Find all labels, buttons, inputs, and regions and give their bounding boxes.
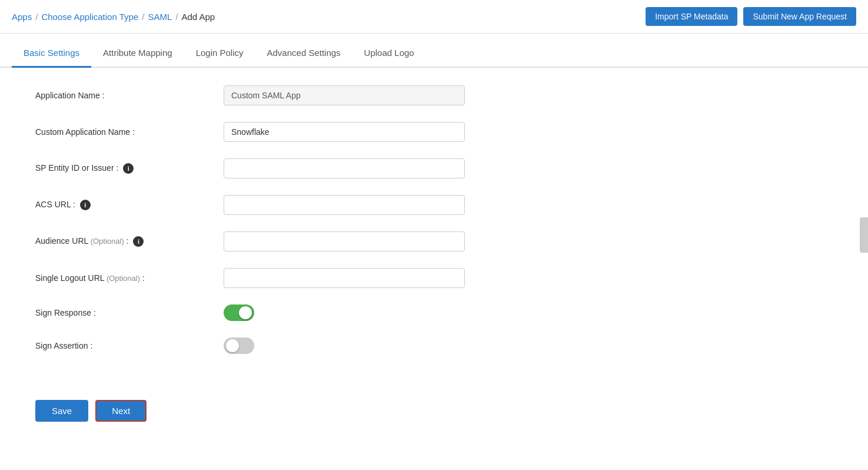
tab-login-policy[interactable]: Login Policy [184, 39, 255, 68]
import-sp-metadata-button[interactable]: Import SP Metadata [646, 7, 737, 26]
bottom-buttons: Save Next [0, 388, 868, 433]
scrollbar-indicator [860, 217, 868, 253]
tab-basic-settings[interactable]: Basic Settings [12, 39, 91, 68]
input-acs-url[interactable] [224, 195, 465, 215]
toggle-sign-assertion-slider [224, 337, 254, 354]
label-sign-assertion: Sign Assertion : [35, 341, 224, 350]
field-row-single-logout-url: Single Logout URL (Optional) : [35, 268, 553, 288]
form-container: Application Name : Custom Application Na… [0, 68, 588, 388]
input-single-logout-url[interactable] [224, 268, 465, 288]
label-application-name: Application Name : [35, 91, 224, 100]
tabs-container: Basic Settings Attribute Mapping Login P… [0, 39, 868, 68]
submit-new-app-request-button[interactable]: Submit New App Request [743, 7, 856, 26]
info-icon-sp-entity-id[interactable]: i [123, 163, 134, 174]
page-header: Apps / Choose Application Type / SAML / … [0, 0, 868, 34]
field-row-acs-url: ACS URL : i [35, 195, 553, 215]
field-row-custom-application-name: Custom Application Name : [35, 122, 553, 142]
field-row-audience-url: Audience URL (Optional) : i [35, 231, 553, 251]
field-row-sign-response: Sign Response : [35, 304, 553, 321]
breadcrumb-sep-1: / [35, 12, 38, 22]
toggle-sign-response-slider [224, 304, 254, 321]
breadcrumb: Apps / Choose Application Type / SAML / … [12, 12, 215, 22]
toggle-sign-response[interactable] [224, 304, 254, 321]
breadcrumb-add-app: Add App [181, 12, 215, 22]
input-application-name [224, 85, 465, 105]
field-row-sign-assertion: Sign Assertion : [35, 337, 553, 354]
tab-advanced-settings[interactable]: Advanced Settings [255, 39, 352, 68]
label-single-logout-url: Single Logout URL (Optional) : [35, 273, 224, 283]
input-sp-entity-id[interactable] [224, 158, 465, 178]
label-acs-url: ACS URL : i [35, 200, 224, 210]
breadcrumb-sep-2: / [142, 12, 144, 22]
next-button[interactable]: Next [95, 400, 147, 422]
breadcrumb-choose-app[interactable]: Choose Application Type [41, 12, 138, 22]
label-custom-application-name: Custom Application Name : [35, 127, 224, 137]
field-row-sp-entity-id: SP Entity ID or Issuer : i [35, 158, 553, 178]
input-audience-url[interactable] [224, 231, 465, 251]
info-icon-acs-url[interactable]: i [80, 200, 91, 210]
toggle-sign-assertion[interactable] [224, 337, 254, 354]
tab-upload-logo[interactable]: Upload Logo [352, 39, 426, 68]
label-sign-response: Sign Response : [35, 308, 224, 317]
info-icon-audience-url[interactable]: i [133, 236, 144, 247]
tab-attribute-mapping[interactable]: Attribute Mapping [91, 39, 184, 68]
label-sp-entity-id: SP Entity ID or Issuer : i [35, 163, 224, 174]
breadcrumb-sep-3: / [175, 12, 178, 22]
input-custom-application-name[interactable] [224, 122, 465, 142]
breadcrumb-saml[interactable]: SAML [148, 12, 172, 22]
header-buttons: Import SP Metadata Submit New App Reques… [646, 7, 856, 26]
save-button[interactable]: Save [35, 400, 88, 422]
field-row-application-name: Application Name : [35, 85, 553, 105]
breadcrumb-apps[interactable]: Apps [12, 12, 32, 22]
label-audience-url: Audience URL (Optional) : i [35, 236, 224, 247]
